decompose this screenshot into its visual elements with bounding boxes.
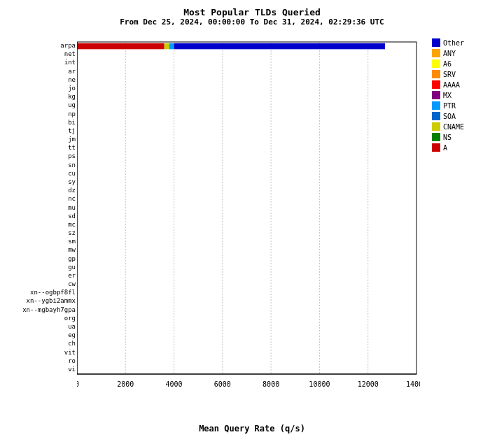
svg-rect-20 [169, 43, 174, 50]
y-label: jo [0, 85, 76, 92]
y-label: sy [0, 178, 76, 185]
legend-color [432, 91, 440, 99]
legend-item: SOA [432, 112, 498, 120]
legend-label: PTR [443, 102, 456, 110]
svg-text:0: 0 [77, 380, 79, 388]
y-label: eg [0, 331, 76, 338]
y-label: ch [0, 340, 76, 347]
svg-text:10000: 10000 [309, 380, 330, 388]
y-label: int [0, 59, 76, 66]
legend-color [432, 59, 440, 68]
legend-color [432, 38, 440, 47]
legend-color [432, 143, 440, 152]
svg-text:12000: 12000 [358, 380, 379, 388]
legend: OtherANYA6SRVAAAAMXPTRSOACNAMENSA [432, 38, 498, 154]
y-label: ro [0, 357, 76, 364]
y-label: xn--ygbi2ammx [0, 297, 76, 304]
legend-label: CNAME [443, 123, 464, 131]
y-label: xn--mgbayh7gpa [0, 306, 76, 313]
y-label: tt [0, 144, 76, 151]
y-label: cw [0, 280, 76, 287]
svg-text:4000: 4000 [166, 380, 183, 388]
y-label: sd [0, 213, 76, 220]
y-label: arpa [0, 42, 76, 49]
y-label: gu [0, 264, 76, 271]
y-label: dz [0, 187, 76, 194]
y-label: nc [0, 195, 76, 202]
legend-label: A6 [443, 60, 451, 68]
svg-rect-21 [174, 43, 385, 50]
y-label: er [0, 272, 76, 279]
legend-item: Other [432, 38, 498, 47]
legend-label: ANY [443, 50, 456, 57]
legend-label: AAAA [443, 81, 460, 89]
legend-item: A6 [432, 59, 498, 68]
legend-label: SOA [443, 113, 456, 120]
svg-rect-1 [77, 42, 416, 374]
legend-item: A [432, 143, 498, 152]
y-label: vit [0, 349, 76, 356]
y-label: mw [0, 246, 76, 253]
legend-label: Other [443, 39, 464, 47]
y-label: net [0, 50, 76, 57]
y-label: gp [0, 255, 76, 262]
legend-color [432, 70, 440, 78]
legend-label: NS [443, 134, 451, 141]
legend-color [432, 101, 440, 110]
legend-color [432, 49, 440, 57]
legend-color [432, 80, 440, 89]
svg-text:6000: 6000 [214, 380, 231, 388]
svg-rect-19 [164, 43, 169, 50]
legend-item: CNAME [432, 122, 498, 131]
y-label: ps [0, 152, 76, 159]
y-label: ar [0, 68, 76, 75]
legend-label: A [443, 144, 447, 152]
svg-text:14000: 14000 [406, 380, 420, 388]
y-label: org [0, 315, 76, 322]
legend-label: MX [443, 92, 451, 99]
legend-item: ANY [432, 49, 498, 57]
chart-title: Most Popular TLDs Queried [0, 0, 504, 17]
y-label: mc [0, 221, 76, 228]
y-label: xn--ogbpf8fl [0, 289, 76, 296]
y-label: jm [0, 136, 76, 143]
y-label: kg [0, 93, 76, 100]
y-label: tj [0, 127, 76, 134]
svg-rect-18 [77, 43, 164, 50]
y-label: sm [0, 238, 76, 245]
svg-text:2000: 2000 [117, 380, 134, 388]
legend-item: PTR [432, 101, 498, 110]
y-label: ug [0, 101, 76, 108]
y-label: bi [0, 119, 76, 126]
y-label: mu [0, 204, 76, 211]
legend-label: SRV [443, 71, 456, 78]
y-label: vi [0, 366, 76, 373]
legend-color [432, 112, 440, 120]
chart-svg: 02000400060008000100001200014000 [77, 38, 420, 395]
legend-item: MX [432, 91, 498, 99]
y-label: ne [0, 76, 76, 83]
x-axis-label: Mean Query Rate (q/s) [199, 424, 305, 434]
legend-item: AAAA [432, 80, 498, 89]
y-label: ua [0, 323, 76, 330]
legend-color [432, 133, 440, 141]
legend-item: NS [432, 133, 498, 141]
svg-text:8000: 8000 [262, 380, 279, 388]
y-label: np [0, 110, 76, 117]
y-label: sn [0, 162, 76, 169]
chart-container: Most Popular TLDs Queried From Dec 25, 2… [0, 0, 504, 444]
legend-color [432, 122, 440, 131]
y-label: sz [0, 229, 76, 236]
legend-item: SRV [432, 70, 498, 78]
chart-subtitle: From Dec 25, 2024, 00:00:00 To Dec 31, 2… [0, 17, 504, 27]
y-label: cu [0, 170, 76, 177]
